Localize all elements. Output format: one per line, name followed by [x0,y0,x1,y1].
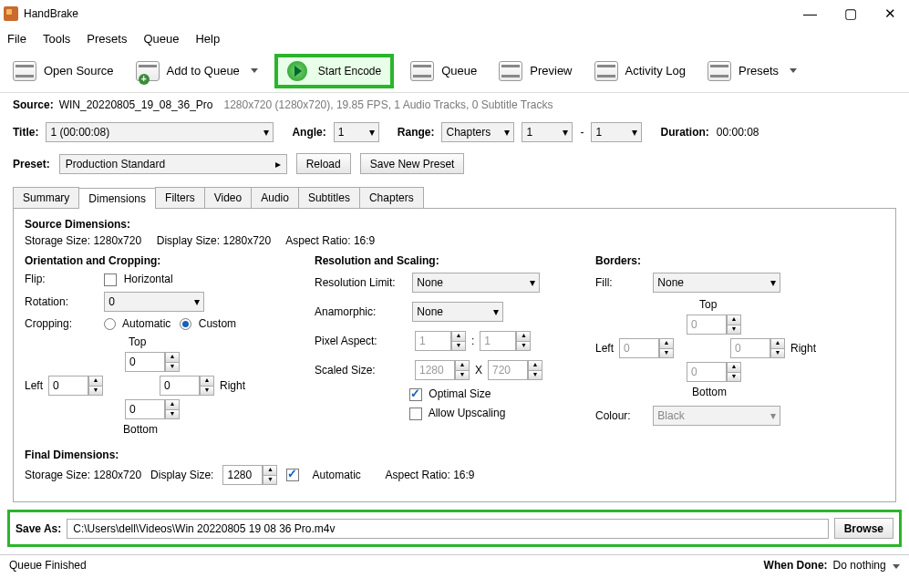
menu-presets[interactable]: Presets [87,32,127,46]
rotation-select[interactable]: 0▾ [104,292,204,312]
rotation-label: Rotation: [25,295,101,308]
fill-select[interactable]: None▾ [653,273,780,293]
when-done-select[interactable]: Do nothing [833,559,900,572]
source-name: WIN_20220805_19_08_36_Pro [59,98,213,111]
source-aspect: Aspect Ratio: 16:9 [285,234,375,247]
border-bottom-input[interactable] [687,362,727,382]
when-done-label: When Done: [764,559,828,572]
preview-button[interactable]: Preview [493,57,577,85]
preset-label: Preset: [13,158,50,170]
chevron-down-icon [893,564,900,569]
title-bar: HandBrake — ▢ ✕ [0,0,909,27]
crop-left-input[interactable] [48,376,88,396]
tab-audio[interactable]: Audio [251,187,299,208]
scaled-h-input[interactable] [488,360,528,380]
tab-chapters[interactable]: Chapters [359,187,424,208]
par-x-input[interactable] [415,331,451,351]
activity-icon [594,61,618,81]
presets-icon [708,61,731,81]
maximize-button[interactable]: ▢ [844,5,857,22]
anamorphic-select[interactable]: None▾ [412,302,503,322]
automatic-checkbox[interactable] [286,469,299,481]
menu-tools[interactable]: Tools [43,32,70,46]
menu-queue[interactable]: Queue [143,32,179,46]
status-text: Queue Finished [9,559,87,572]
fill-label: Fill: [595,276,650,289]
save-as-input[interactable] [67,519,828,539]
tab-subtitles[interactable]: Subtitles [298,187,360,208]
crop-top-input[interactable] [125,352,165,372]
crop-bottom-input[interactable] [125,399,165,419]
crop-top-spinner[interactable]: ▲▼ [165,352,180,372]
border-right-input[interactable] [730,338,770,358]
menu-help[interactable]: Help [195,32,220,46]
save-preset-button[interactable]: Save New Preset [360,153,465,174]
angle-label: Angle: [292,126,325,139]
colour-select[interactable]: Black▾ [653,406,780,426]
range-type-select[interactable]: Chapters▾ [441,122,514,142]
minimize-button[interactable]: — [803,5,817,22]
crop-left-spinner[interactable]: ▲▼ [88,376,103,396]
crop-auto-radio[interactable] [104,318,116,330]
queue-add-icon [136,61,160,81]
allow-upscaling-checkbox[interactable] [409,407,422,420]
border-top-input[interactable] [687,315,727,335]
tab-video[interactable]: Video [204,187,252,208]
par-label: Pixel Aspect: [315,335,409,347]
orientation-heading: Orientation and Cropping: [25,254,289,267]
borders-heading: Borders: [595,254,884,267]
resolution-heading: Resolution and Scaling: [315,254,570,267]
open-source-button[interactable]: Open Source [7,57,119,85]
par-y-input[interactable] [480,331,516,351]
range-label: Range: [398,126,435,139]
presets-button[interactable]: Presets [702,57,802,85]
queue-icon [410,61,434,81]
save-as-row: Save As: Browse [7,510,902,547]
close-button[interactable]: ✕ [884,5,896,22]
final-storage: Storage Size: 1280x720 [25,469,141,481]
tab-filters[interactable]: Filters [155,187,205,208]
source-row: Source: WIN_20220805_19_08_36_Pro 1280x7… [0,93,909,117]
tab-dimensions[interactable]: Dimensions [78,188,156,209]
start-encode-button[interactable]: Start Encode [274,54,394,88]
queue-button[interactable]: Queue [405,57,482,85]
final-aspect: Aspect Ratio: 16:9 [385,469,474,481]
source-label: Source: [13,98,54,111]
menu-file[interactable]: File [7,32,26,46]
crop-custom-radio[interactable] [180,318,191,330]
crop-right-input[interactable] [160,376,200,396]
app-icon [4,6,18,21]
final-dimensions-heading: Final Dimensions: [25,449,884,461]
reload-button[interactable]: Reload [296,153,351,174]
anamorphic-label: Anamorphic: [315,305,409,318]
flip-checkbox[interactable] [104,273,117,286]
crop-right-spinner[interactable]: ▲▼ [200,376,214,396]
status-bar: Queue Finished When Done: Do nothing [0,554,909,574]
preset-row: Preset: Production Standard▸ Reload Save… [0,148,909,180]
duration-value: 00:00:08 [717,126,759,139]
angle-select[interactable]: 1▾ [334,122,379,142]
save-as-label: Save As: [15,522,61,535]
crop-bottom-spinner[interactable]: ▲▼ [165,399,180,419]
title-select[interactable]: 1 (00:00:08)▾ [46,122,274,142]
colour-label: Colour: [595,409,650,422]
final-display-input[interactable] [222,465,263,485]
title-row: Title: 1 (00:00:08)▾ Angle: 1▾ Range: Ch… [0,117,909,148]
reslimit-select[interactable]: None▾ [412,273,540,293]
tab-body: Source Dimensions: Storage Size: 1280x72… [13,208,896,502]
activity-log-button[interactable]: Activity Log [589,57,691,85]
toolbar: Open Source Add to Queue Start Encode Qu… [0,49,909,93]
border-left-input[interactable] [619,338,659,358]
tab-summary[interactable]: Summary [13,187,79,208]
tabs: Summary Dimensions Filters Video Audio S… [13,187,896,208]
title-label: Title: [13,126,38,139]
scaled-w-input[interactable] [415,360,455,380]
duration-label: Duration: [660,126,708,139]
chevron-down-icon [790,68,797,73]
range-to-select[interactable]: 1▾ [591,122,642,142]
optimal-size-checkbox[interactable] [409,388,422,401]
preset-select[interactable]: Production Standard▸ [59,154,287,174]
range-from-select[interactable]: 1▾ [522,122,573,142]
add-to-queue-button[interactable]: Add to Queue [130,57,263,85]
browse-button[interactable]: Browse [834,518,894,539]
